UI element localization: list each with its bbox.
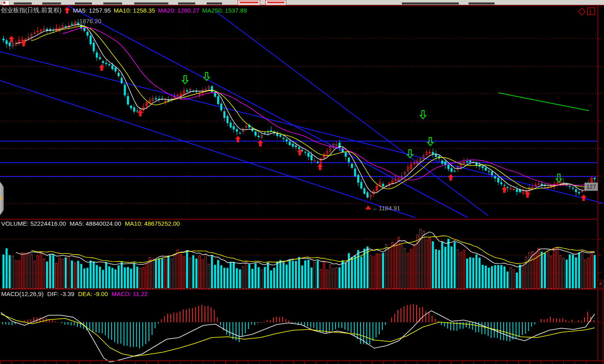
menu-item-fragment[interactable] [469, 2, 495, 4]
menu-item-fragment[interactable] [402, 2, 459, 4]
dif-readout: DIF: -3.39 [47, 290, 74, 297]
volume-ma10-readout: MA10: 48675252.00 [125, 220, 180, 227]
ma5-readout: MA5: 1257.95 [73, 7, 111, 14]
volume-readout: VOLUME: 52224416.00 [1, 220, 66, 227]
menu-item-fragment[interactable] [134, 2, 168, 4]
sidebar-expand-handle[interactable] [0, 182, 4, 215]
macd-panel-header: MACD(12,26,9) DIF: -3.39 DEA: -9.00 MACD… [1, 290, 148, 297]
menu-item-fragment[interactable] [75, 2, 92, 4]
period-low-label: ←1184.91 [373, 205, 400, 211]
menu-item-fragment[interactable] [42, 2, 61, 4]
menu-item-fragment[interactable] [207, 2, 222, 4]
app-logo-icon [2, 0, 9, 5]
expand-arrow-icon [0, 196, 3, 201]
menu-item-fragment[interactable] [14, 2, 32, 4]
menu-bar[interactable] [0, 0, 604, 6]
volume-ma5-readout: MA5: 48840024.00 [70, 220, 121, 227]
macd-readout: MACD: 11.22 [111, 290, 148, 297]
trading-app-window: 创业板指(日线.前复权) MA5: 1257.95 MA10: 1258.35 … [0, 0, 604, 364]
dea-readout: DEA: -9.00 [78, 290, 108, 297]
diamond-marker-icon[interactable] [578, 8, 586, 17]
period-high-label: ←1876.20 [73, 17, 101, 24]
up-arrow-icon [64, 7, 70, 13]
ma250-readout: MA250: 1537.89 [202, 7, 247, 14]
price-panel-header: 创业板指(日线.前复权) MA5: 1257.95 MA10: 1258.35 … [1, 7, 247, 14]
macd-name: MACD(12,26,9) [1, 290, 44, 297]
last-price-tag: 127 [584, 183, 598, 191]
close-indicator-button[interactable]: X [597, 280, 604, 288]
ma10-readout: MA10: 1258.35 [114, 7, 155, 14]
ma20-readout: MA20: 1260.27 [158, 7, 199, 14]
menu-item-fragment[interactable] [103, 2, 122, 4]
menu-item-fragment[interactable] [178, 2, 195, 4]
chart-canvas[interactable] [0, 0, 604, 364]
menu-item-highlight[interactable] [238, 0, 260, 5]
menu-item-highlight[interactable] [265, 0, 286, 5]
symbol-title: 创业板指(日线.前复权) [1, 7, 61, 14]
split-window-icon[interactable] [587, 7, 595, 17]
volume-panel-header: VOLUME: 52224416.00 MA5: 48840024.00 MA1… [1, 220, 180, 227]
